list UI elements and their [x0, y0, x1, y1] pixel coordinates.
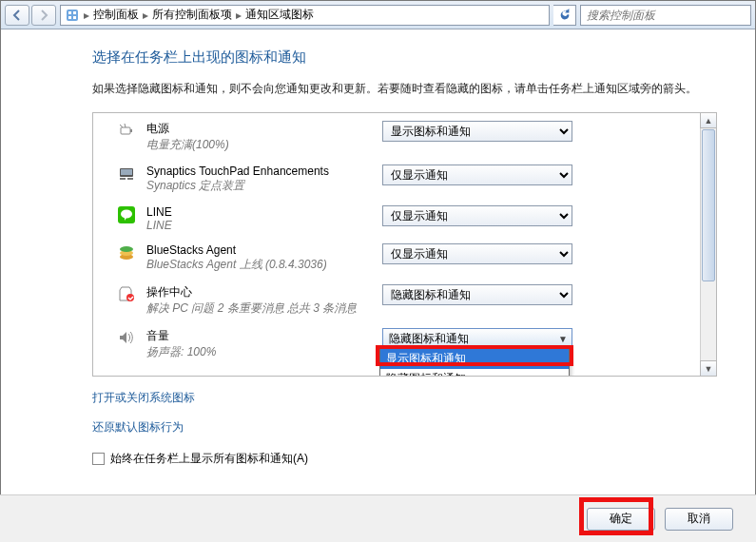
svg-point-12: [121, 210, 132, 219]
scrollbar[interactable]: ▲ ▼: [700, 113, 716, 376]
item-status: 扬声器: 100%: [146, 344, 371, 360]
svg-rect-10: [127, 178, 133, 180]
chevron-down-icon: ▼: [558, 334, 568, 344]
item-status: 解决 PC 问题 2 条重要消息 总共 3 条消息: [146, 300, 371, 317]
always-show-label: 始终在任务栏上显示所有图标和通知(A): [110, 451, 308, 467]
always-show-checkbox-row: 始终在任务栏上显示所有图标和通知(A): [92, 451, 717, 467]
behavior-select-open[interactable]: 隐藏图标和通知 ▼ 显示图标和通知 隐藏图标和通知 仅显示通知: [382, 328, 572, 349]
links-area: 打开或关闭系统图标 还原默认图标行为: [92, 390, 717, 449]
list-item: BlueStacks Agent BlueStacks Agent 上线 (0.…: [93, 236, 700, 277]
svg-rect-0: [67, 10, 78, 21]
behavior-select[interactable]: 显示图标和通知: [382, 121, 572, 142]
dropdown-option[interactable]: 显示图标和通知: [380, 349, 569, 369]
svg-rect-1: [68, 11, 71, 14]
content-area: 选择在任务栏上出现的图标和通知 如果选择隐藏图标和通知，则不会向您通知更改和更新…: [1, 29, 755, 494]
restore-defaults-link[interactable]: 还原默认图标行为: [92, 419, 184, 436]
behavior-select[interactable]: 仅显示通知: [382, 165, 572, 185]
forward-button[interactable]: [31, 5, 56, 26]
svg-rect-5: [121, 127, 130, 134]
bluestacks-icon: [118, 244, 135, 261]
icons-panel: 电源 电量充满(100%) 显示图标和通知 Synaptics TouchPad…: [92, 112, 717, 377]
volume-icon: [118, 329, 135, 346]
svg-rect-8: [121, 169, 132, 175]
item-name: Synaptics TouchPad Enhancements: [146, 165, 371, 178]
chevron-right-icon: ▸: [141, 9, 150, 22]
item-name: LINE: [146, 205, 371, 219]
breadcrumb[interactable]: ▸ 控制面板 ▸ 所有控制面板项 ▸ 通知区域图标: [60, 5, 550, 26]
item-status: 电量充满(100%): [146, 137, 371, 153]
item-name: 音量: [146, 328, 371, 344]
nav-buttons: [5, 5, 56, 26]
scroll-thumb[interactable]: [702, 129, 715, 281]
chevron-right-icon: ▸: [234, 9, 243, 22]
cancel-button[interactable]: 取消: [665, 508, 733, 531]
search-box[interactable]: [580, 5, 751, 26]
search-input[interactable]: [585, 8, 746, 23]
arrow-left-icon: [11, 10, 23, 21]
scroll-down-button[interactable]: ▼: [700, 360, 717, 377]
list-item: Synaptics TouchPad Enhancements Synaptic…: [93, 157, 700, 198]
back-button[interactable]: [5, 5, 29, 26]
icons-list: 电源 电量充满(100%) 显示图标和通知 Synaptics TouchPad…: [93, 113, 716, 376]
dropdown-option[interactable]: 隐藏图标和通知: [380, 369, 569, 376]
svg-rect-3: [68, 16, 71, 19]
svg-rect-6: [130, 129, 132, 132]
list-item: 音量 扬声器: 100% 隐藏图标和通知 ▼ 显示图标和通知 隐藏图标和通知 仅…: [93, 320, 700, 364]
touchpad-icon: [118, 165, 135, 183]
list-item: LINE LINE 仅显示通知: [93, 198, 700, 236]
behavior-select[interactable]: 仅显示通知: [382, 205, 572, 226]
svg-rect-2: [73, 11, 76, 14]
action-center-icon: [118, 285, 135, 302]
footer: 确定 取消: [0, 494, 756, 542]
behavior-select[interactable]: 隐藏图标和通知: [382, 284, 572, 305]
list-item: 电源 电量充满(100%) 显示图标和通知: [93, 113, 700, 157]
item-status: BlueStacks Agent 上线 (0.8.4.3036): [146, 257, 371, 273]
svg-point-15: [120, 246, 133, 252]
breadcrumb-item[interactable]: 通知区域图标: [245, 7, 314, 23]
behavior-select[interactable]: 仅显示通知: [382, 243, 572, 264]
item-name: 操作中心: [146, 284, 371, 300]
dropdown-list: 显示图标和通知 隐藏图标和通知 仅显示通知: [379, 348, 570, 376]
refresh-icon: [558, 9, 572, 22]
refresh-button[interactable]: [553, 5, 576, 26]
scroll-up-button[interactable]: ▲: [700, 112, 717, 128]
item-name: 电源: [146, 121, 371, 137]
breadcrumb-item[interactable]: 控制面板: [93, 7, 139, 23]
combo-value: 隐藏图标和通知: [389, 331, 469, 347]
control-panel-icon: [65, 8, 80, 23]
arrow-right-icon: [38, 10, 49, 21]
ok-label: 确定: [610, 511, 632, 527]
item-status: LINE: [146, 219, 371, 232]
power-icon: [118, 122, 135, 139]
svg-rect-9: [120, 178, 126, 180]
toggle-system-icons-link[interactable]: 打开或关闭系统图标: [92, 390, 195, 406]
always-show-checkbox[interactable]: [92, 453, 105, 465]
chevron-right-icon: ▸: [82, 9, 91, 22]
address-bar: ▸ 控制面板 ▸ 所有控制面板项 ▸ 通知区域图标: [1, 1, 755, 29]
item-name: BlueStacks Agent: [146, 243, 371, 257]
page-title: 选择在任务栏上出现的图标和通知: [92, 48, 717, 67]
ok-button[interactable]: 确定: [587, 508, 655, 531]
svg-rect-4: [73, 16, 76, 19]
breadcrumb-item[interactable]: 所有控制面板项: [152, 7, 232, 23]
item-status: Synaptics 定点装置: [146, 178, 371, 194]
list-item: 操作中心 解决 PC 问题 2 条重要消息 总共 3 条消息 隐藏图标和通知: [93, 277, 700, 320]
cancel-label: 取消: [688, 511, 710, 527]
line-app-icon: [118, 206, 135, 223]
page-description: 如果选择隐藏图标和通知，则不会向您通知更改和更新。若要随时查看隐藏的图标，请单击…: [92, 80, 717, 97]
